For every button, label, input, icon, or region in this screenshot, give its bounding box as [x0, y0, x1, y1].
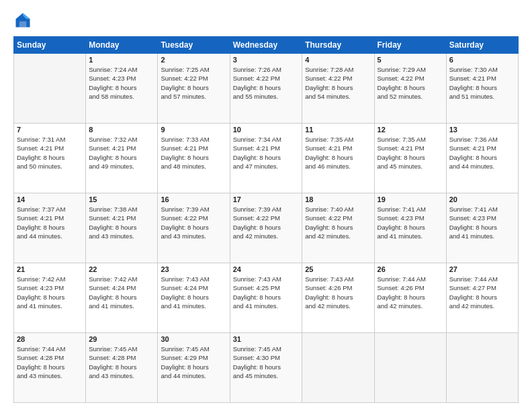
weekday-header-row: SundayMondayTuesdayWednesdayThursdayFrid…	[14, 37, 519, 54]
day-info: Sunrise: 7:30 AM Sunset: 4:21 PM Dayligh…	[449, 65, 515, 101]
week-row-1: 7Sunrise: 7:31 AM Sunset: 4:21 PM Daylig…	[14, 124, 519, 193]
day-info: Sunrise: 7:43 AM Sunset: 4:25 PM Dayligh…	[233, 275, 300, 310]
day-cell: 20Sunrise: 7:41 AM Sunset: 4:23 PM Dayli…	[446, 193, 518, 263]
day-cell: 17Sunrise: 7:39 AM Sunset: 4:22 PM Dayli…	[230, 193, 302, 263]
day-cell: 28Sunrise: 7:44 AM Sunset: 4:28 PM Dayli…	[14, 333, 86, 403]
day-info: Sunrise: 7:36 AM Sunset: 4:21 PM Dayligh…	[449, 135, 515, 171]
day-info: Sunrise: 7:43 AM Sunset: 4:24 PM Dayligh…	[161, 275, 226, 310]
day-number: 2	[161, 56, 226, 64]
day-cell: 6Sunrise: 7:30 AM Sunset: 4:21 PM Daylig…	[446, 54, 518, 124]
day-number: 26	[378, 265, 443, 273]
svg-rect-2	[19, 21, 27, 28]
day-number: 31	[233, 335, 300, 343]
day-cell	[14, 54, 86, 124]
header	[13, 11, 519, 30]
weekday-wednesday: Wednesday	[230, 37, 302, 54]
day-info: Sunrise: 7:31 AM Sunset: 4:21 PM Dayligh…	[17, 135, 83, 171]
day-cell: 24Sunrise: 7:43 AM Sunset: 4:25 PM Dayli…	[230, 263, 302, 333]
day-info: Sunrise: 7:41 AM Sunset: 4:23 PM Dayligh…	[378, 205, 443, 240]
weekday-tuesday: Tuesday	[158, 37, 230, 54]
day-cell: 22Sunrise: 7:42 AM Sunset: 4:24 PM Dayli…	[86, 263, 158, 333]
day-cell: 8Sunrise: 7:32 AM Sunset: 4:21 PM Daylig…	[86, 124, 158, 193]
day-cell	[446, 333, 518, 403]
day-number: 24	[233, 265, 300, 273]
day-number: 22	[89, 265, 154, 273]
day-cell: 7Sunrise: 7:31 AM Sunset: 4:21 PM Daylig…	[14, 124, 86, 193]
day-info: Sunrise: 7:41 AM Sunset: 4:23 PM Dayligh…	[449, 205, 515, 240]
day-cell: 21Sunrise: 7:42 AM Sunset: 4:23 PM Dayli…	[14, 263, 86, 333]
day-number: 16	[161, 195, 226, 203]
day-info: Sunrise: 7:44 AM Sunset: 4:26 PM Dayligh…	[378, 275, 443, 310]
day-cell: 10Sunrise: 7:34 AM Sunset: 4:21 PM Dayli…	[230, 124, 302, 193]
day-cell: 13Sunrise: 7:36 AM Sunset: 4:21 PM Dayli…	[446, 124, 518, 193]
day-cell: 19Sunrise: 7:41 AM Sunset: 4:23 PM Dayli…	[374, 193, 446, 263]
day-cell: 26Sunrise: 7:44 AM Sunset: 4:26 PM Dayli…	[374, 263, 446, 333]
day-cell: 4Sunrise: 7:28 AM Sunset: 4:22 PM Daylig…	[302, 54, 374, 124]
day-info: Sunrise: 7:29 AM Sunset: 4:22 PM Dayligh…	[378, 65, 443, 101]
weekday-friday: Friday	[374, 37, 446, 54]
day-cell: 18Sunrise: 7:40 AM Sunset: 4:22 PM Dayli…	[302, 193, 374, 263]
day-number: 5	[378, 56, 443, 64]
day-info: Sunrise: 7:35 AM Sunset: 4:21 PM Dayligh…	[305, 135, 371, 171]
day-info: Sunrise: 7:25 AM Sunset: 4:22 PM Dayligh…	[161, 65, 226, 101]
calendar: SundayMondayTuesdayWednesdayThursdayFrid…	[13, 36, 519, 403]
day-cell: 31Sunrise: 7:45 AM Sunset: 4:30 PM Dayli…	[230, 333, 302, 403]
day-info: Sunrise: 7:39 AM Sunset: 4:22 PM Dayligh…	[161, 205, 226, 240]
day-info: Sunrise: 7:26 AM Sunset: 4:22 PM Dayligh…	[233, 65, 300, 101]
day-number: 23	[161, 265, 226, 273]
logo	[13, 11, 35, 30]
day-number: 6	[449, 56, 515, 64]
day-number: 21	[17, 265, 83, 273]
week-row-3: 21Sunrise: 7:42 AM Sunset: 4:23 PM Dayli…	[14, 263, 519, 333]
day-info: Sunrise: 7:24 AM Sunset: 4:23 PM Dayligh…	[89, 65, 154, 101]
day-number: 9	[161, 126, 226, 134]
day-number: 28	[17, 335, 83, 343]
day-cell: 16Sunrise: 7:39 AM Sunset: 4:22 PM Dayli…	[158, 193, 230, 263]
day-number: 7	[17, 126, 83, 134]
day-cell: 1Sunrise: 7:24 AM Sunset: 4:23 PM Daylig…	[86, 54, 158, 124]
day-info: Sunrise: 7:38 AM Sunset: 4:21 PM Dayligh…	[89, 205, 154, 240]
day-info: Sunrise: 7:42 AM Sunset: 4:23 PM Dayligh…	[17, 275, 83, 310]
day-cell: 23Sunrise: 7:43 AM Sunset: 4:24 PM Dayli…	[158, 263, 230, 333]
day-cell	[302, 333, 374, 403]
day-number: 14	[17, 195, 83, 203]
day-number: 13	[449, 126, 515, 134]
day-number: 3	[233, 56, 300, 64]
day-info: Sunrise: 7:40 AM Sunset: 4:22 PM Dayligh…	[305, 205, 371, 240]
day-info: Sunrise: 7:45 AM Sunset: 4:30 PM Dayligh…	[233, 345, 300, 380]
day-number: 27	[449, 265, 515, 273]
day-info: Sunrise: 7:32 AM Sunset: 4:21 PM Dayligh…	[89, 135, 154, 171]
weekday-thursday: Thursday	[302, 37, 374, 54]
page: SundayMondayTuesdayWednesdayThursdayFrid…	[0, 0, 532, 411]
day-info: Sunrise: 7:45 AM Sunset: 4:29 PM Dayligh…	[161, 345, 226, 380]
day-info: Sunrise: 7:44 AM Sunset: 4:27 PM Dayligh…	[449, 275, 515, 310]
week-row-0: 1Sunrise: 7:24 AM Sunset: 4:23 PM Daylig…	[14, 54, 519, 124]
day-cell: 5Sunrise: 7:29 AM Sunset: 4:22 PM Daylig…	[374, 54, 446, 124]
day-cell: 3Sunrise: 7:26 AM Sunset: 4:22 PM Daylig…	[230, 54, 302, 124]
weekday-monday: Monday	[86, 37, 158, 54]
day-cell: 2Sunrise: 7:25 AM Sunset: 4:22 PM Daylig…	[158, 54, 230, 124]
day-number: 25	[305, 265, 371, 273]
day-number: 19	[378, 195, 443, 203]
logo-icon	[13, 11, 32, 30]
day-number: 1	[89, 56, 154, 64]
day-number: 4	[305, 56, 371, 64]
day-info: Sunrise: 7:28 AM Sunset: 4:22 PM Dayligh…	[305, 65, 371, 101]
day-cell: 30Sunrise: 7:45 AM Sunset: 4:29 PM Dayli…	[158, 333, 230, 403]
day-number: 11	[305, 126, 371, 134]
week-row-2: 14Sunrise: 7:37 AM Sunset: 4:21 PM Dayli…	[14, 193, 519, 263]
week-row-4: 28Sunrise: 7:44 AM Sunset: 4:28 PM Dayli…	[14, 333, 519, 403]
day-info: Sunrise: 7:34 AM Sunset: 4:21 PM Dayligh…	[233, 135, 300, 171]
day-info: Sunrise: 7:39 AM Sunset: 4:22 PM Dayligh…	[233, 205, 300, 240]
day-cell	[374, 333, 446, 403]
day-cell: 14Sunrise: 7:37 AM Sunset: 4:21 PM Dayli…	[14, 193, 86, 263]
day-number: 29	[89, 335, 154, 343]
day-info: Sunrise: 7:44 AM Sunset: 4:28 PM Dayligh…	[17, 345, 83, 380]
day-info: Sunrise: 7:33 AM Sunset: 4:21 PM Dayligh…	[161, 135, 226, 171]
day-cell: 27Sunrise: 7:44 AM Sunset: 4:27 PM Dayli…	[446, 263, 518, 333]
day-info: Sunrise: 7:35 AM Sunset: 4:21 PM Dayligh…	[378, 135, 443, 171]
day-info: Sunrise: 7:45 AM Sunset: 4:28 PM Dayligh…	[89, 345, 154, 380]
day-info: Sunrise: 7:42 AM Sunset: 4:24 PM Dayligh…	[89, 275, 154, 310]
day-cell: 9Sunrise: 7:33 AM Sunset: 4:21 PM Daylig…	[158, 124, 230, 193]
day-info: Sunrise: 7:43 AM Sunset: 4:26 PM Dayligh…	[305, 275, 371, 310]
